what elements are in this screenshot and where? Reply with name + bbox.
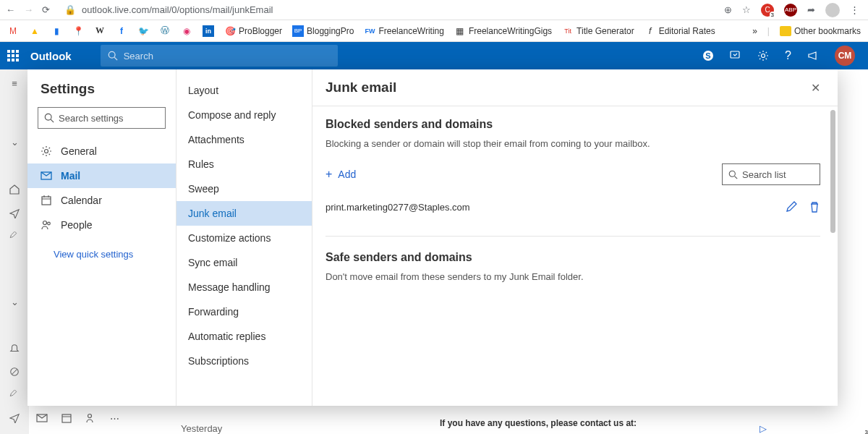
category-label: People bbox=[61, 219, 93, 231]
category-people[interactable]: People bbox=[27, 213, 176, 237]
search-blocked-list-input[interactable]: Search list bbox=[722, 163, 820, 185]
chat-approve-icon[interactable] bbox=[730, 50, 741, 61]
chevron-down-icon-2[interactable]: ⌄ bbox=[11, 297, 19, 307]
skype-icon[interactable]: S bbox=[702, 50, 714, 61]
svg-text:S: S bbox=[705, 51, 710, 60]
add-blocked-button[interactable]: + Add bbox=[326, 168, 356, 181]
mail-icon[interactable] bbox=[36, 412, 48, 424]
category-label: Mail bbox=[61, 170, 80, 182]
star-icon[interactable]: ☆ bbox=[742, 4, 751, 15]
subnav-junk-email[interactable]: Junk email bbox=[176, 201, 312, 226]
outlook-header: Outlook Search S ? CM bbox=[0, 42, 868, 69]
edit-icon-2[interactable] bbox=[9, 390, 20, 400]
subnav-rules[interactable]: Rules bbox=[176, 152, 312, 176]
megaphone-icon[interactable] bbox=[807, 50, 819, 61]
add-label: Add bbox=[338, 169, 356, 180]
pencil-icon bbox=[786, 201, 797, 213]
bookmark-drive[interactable]: ▲ bbox=[29, 25, 41, 37]
subnav-layout[interactable]: Layout bbox=[176, 78, 312, 103]
help-icon[interactable]: ? bbox=[785, 49, 791, 62]
user-avatar[interactable]: CM bbox=[835, 46, 855, 66]
blocked-section-title: Blocked senders and domains bbox=[326, 118, 820, 131]
bell-icon[interactable] bbox=[9, 344, 20, 354]
bookmarks-bar: M ▲ ▮ 📍 W f 🐦 Ⓦ ◉ in 🎯ProBlogger BPBlogg… bbox=[0, 20, 868, 42]
bookmark-maps[interactable]: 📍 bbox=[72, 25, 84, 37]
calendar-icon[interactable] bbox=[61, 412, 72, 424]
gear-icon bbox=[41, 145, 52, 157]
category-mail[interactable]: Mail bbox=[27, 163, 176, 188]
subnav-message-handling[interactable]: Message handling bbox=[176, 275, 312, 299]
subnav-automatic-replies[interactable]: Automatic replies bbox=[176, 324, 312, 349]
svg-point-21 bbox=[48, 222, 51, 225]
bookmark-gmail[interactable]: M bbox=[7, 25, 19, 37]
profile-avatar[interactable] bbox=[825, 3, 840, 17]
bookmark-freelancewritinggigs[interactable]: ▦FreelanceWritingGigs bbox=[454, 25, 552, 37]
more-icon[interactable]: ⋯ bbox=[110, 413, 119, 424]
bookmark-wordpress[interactable]: Ⓦ bbox=[159, 25, 171, 37]
send-icon-2[interactable] bbox=[9, 413, 20, 423]
svg-rect-16 bbox=[42, 197, 51, 205]
subnav-sweep[interactable]: Sweep bbox=[176, 176, 312, 201]
forward-button[interactable]: → bbox=[24, 4, 33, 15]
chevron-down-icon[interactable]: ⌄ bbox=[11, 137, 19, 148]
other-bookmarks[interactable]: Other bookmarks bbox=[780, 26, 861, 36]
svg-point-22 bbox=[729, 171, 735, 176]
home-icon[interactable] bbox=[9, 184, 20, 195]
subnav-attachments[interactable]: Attachments bbox=[176, 127, 312, 152]
settings-categories-pane: Settings Search settings General Mail Ca… bbox=[27, 69, 176, 406]
hamburger-icon[interactable]: ≡ bbox=[12, 78, 17, 89]
share-triangle-icon[interactable]: ▷ bbox=[760, 423, 767, 434]
bookmark-facebook[interactable]: f bbox=[116, 25, 127, 37]
section-divider bbox=[326, 236, 820, 237]
edit-icon[interactable] bbox=[9, 231, 20, 242]
category-calendar[interactable]: Calendar bbox=[27, 188, 176, 213]
bookmark-titlegenerator[interactable]: TitTitle Generator bbox=[562, 25, 634, 37]
extension-badge-2[interactable]: ABP3 bbox=[784, 4, 797, 17]
mail-icon bbox=[41, 170, 52, 182]
gear-icon[interactable] bbox=[757, 50, 769, 61]
calendar-icon bbox=[41, 195, 52, 206]
bookmark-instagram[interactable]: ◉ bbox=[181, 25, 192, 37]
people-icon[interactable] bbox=[85, 412, 97, 424]
svg-point-20 bbox=[43, 221, 47, 225]
menu-icon[interactable]: ⋮ bbox=[850, 4, 859, 15]
svg-line-23 bbox=[735, 176, 738, 179]
search-settings-input[interactable]: Search settings bbox=[38, 107, 166, 129]
bookmark-bloggingpro[interactable]: BPBloggingPro bbox=[292, 25, 354, 37]
settings-modal: Settings Search settings General Mail Ca… bbox=[27, 69, 838, 406]
bookmark-docs[interactable]: ▮ bbox=[51, 25, 62, 37]
header-search[interactable]: Search bbox=[101, 45, 338, 67]
extension-badge-1[interactable]: C3 bbox=[761, 4, 774, 17]
share-icon[interactable]: ➦ bbox=[807, 4, 815, 15]
subnav-subscriptions[interactable]: Subscriptions bbox=[176, 349, 312, 373]
bookmark-problogger[interactable]: 🎯ProBlogger bbox=[224, 25, 282, 37]
page-title: Junk email bbox=[326, 80, 396, 95]
bookmark-overflow[interactable]: » bbox=[752, 26, 757, 36]
blocked-section-desc: Blocking a sender or domain will stop th… bbox=[326, 138, 820, 149]
bookmark-linkedin[interactable]: in bbox=[203, 25, 214, 37]
address-bar[interactable]: 🔒 outlook.live.com/mail/0/options/mail/j… bbox=[59, 4, 715, 15]
delete-entry-button[interactable] bbox=[809, 201, 820, 213]
outlook-brand[interactable]: Outlook bbox=[30, 50, 72, 62]
search-list-placeholder: Search list bbox=[742, 169, 786, 180]
bookmark-editorialrates[interactable]: fEditorial Rates bbox=[644, 25, 715, 37]
subnav-compose[interactable]: Compose and reply bbox=[176, 103, 312, 127]
app-launcher-icon[interactable] bbox=[7, 50, 19, 61]
bookmark-wikipedia[interactable]: W bbox=[94, 25, 106, 37]
subnav-customize-actions[interactable]: Customize actions bbox=[176, 226, 312, 250]
view-quick-settings-link[interactable]: View quick settings bbox=[27, 237, 176, 260]
bookmark-twitter[interactable]: 🐦 bbox=[137, 25, 149, 37]
back-button[interactable]: ← bbox=[6, 4, 15, 15]
send-icon[interactable] bbox=[9, 208, 20, 218]
block-icon[interactable] bbox=[9, 367, 20, 377]
category-general[interactable]: General bbox=[27, 139, 176, 163]
add-page-icon[interactable]: ⊕ bbox=[724, 4, 732, 15]
subnav-sync-email[interactable]: Sync email bbox=[176, 250, 312, 275]
edit-entry-button[interactable] bbox=[786, 201, 797, 213]
reload-button[interactable]: ⟳ bbox=[42, 4, 50, 15]
close-button[interactable]: ✕ bbox=[811, 81, 820, 95]
lock-icon: 🔒 bbox=[64, 4, 76, 15]
subnav-forwarding[interactable]: Forwarding bbox=[176, 299, 312, 324]
bookmark-freelancewriting[interactable]: FWFreelanceWriting bbox=[364, 25, 443, 37]
bottom-rail: ⋯ bbox=[36, 412, 119, 424]
